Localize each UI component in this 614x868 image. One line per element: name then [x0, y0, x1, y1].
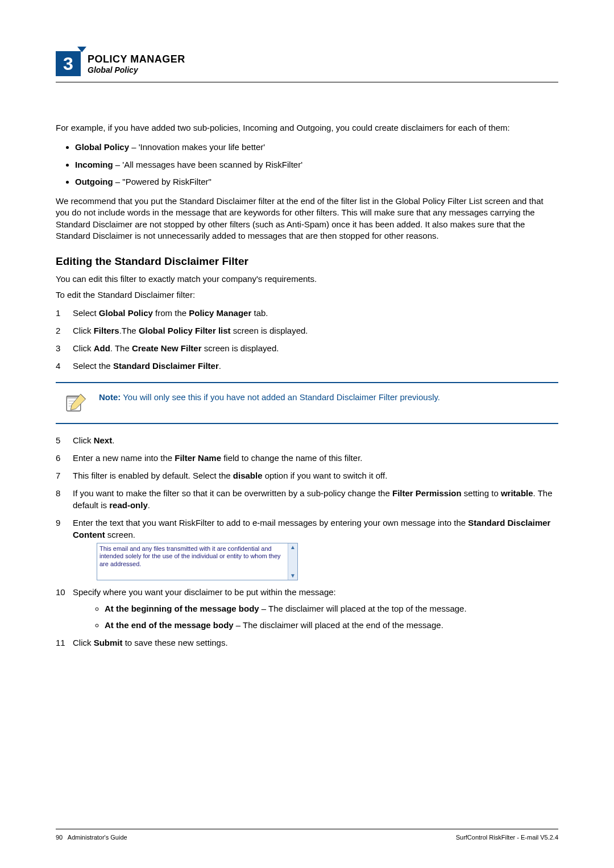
t: .	[148, 500, 150, 510]
step-item: Click Next.	[56, 434, 558, 446]
t: Enter a new name into the	[73, 453, 175, 463]
section-intro: You can edit this filter to exactly matc…	[56, 273, 558, 285]
page-number: 90	[56, 834, 63, 841]
t: Select	[73, 308, 99, 318]
list-item: Outgoing – "Powered by RiskFilter"	[75, 176, 558, 188]
t: – The disclaimer will placed at the top …	[259, 604, 467, 613]
t: Global Policy Filter list	[139, 326, 231, 335]
t: Specify where you want your disclaimer t…	[73, 587, 336, 597]
footer-left: Administrator's Guide	[68, 834, 127, 841]
t: to save these new settings.	[123, 638, 228, 647]
t: Filters	[94, 326, 119, 335]
item-text: – "Powered by RiskFilter"	[113, 177, 211, 186]
t: .	[219, 361, 221, 371]
t: .	[112, 435, 114, 445]
textarea-content: This email and any files transmitted wit…	[97, 543, 288, 580]
intro-paragraph: For example, if you have added two sub-p…	[56, 122, 558, 134]
t: field to change the name of this filter.	[221, 453, 362, 463]
step-item: Click Add. The Create New Filter screen …	[56, 342, 558, 354]
t: This filter is enabled by default. Selec…	[73, 471, 233, 480]
list-item: Incoming – 'All messages have been scann…	[75, 159, 558, 171]
t: screen is displayed.	[201, 343, 279, 353]
t: screen.	[105, 530, 135, 539]
steps-list-b: Click Next. Enter a new name into the Fi…	[56, 434, 558, 649]
notepad-icon	[64, 391, 88, 415]
t: writable	[501, 488, 533, 498]
step-item: Enter a new name into the Filter Name fi…	[56, 452, 558, 464]
footer-right: SurfControl RiskFilter - E-mail V5.2.4	[456, 834, 558, 841]
t: Click	[73, 638, 94, 647]
disclaimer-examples-list: Global Policy – 'Innovation makes your l…	[56, 142, 558, 188]
t: setting to	[462, 488, 501, 498]
t: read-only	[109, 500, 148, 510]
t: Click	[73, 435, 94, 445]
t: Select the	[73, 361, 113, 371]
item-bold: Incoming	[75, 160, 113, 169]
item-text: – 'All messages have been scanned by Ris…	[113, 160, 302, 169]
t: Click	[73, 326, 94, 335]
recommendation-paragraph: We recommend that you put the Standard D…	[56, 196, 558, 242]
t: . The	[110, 343, 132, 353]
t: option if you want to switch it off.	[263, 471, 388, 480]
step-item: Select Global Policy from the Policy Man…	[56, 307, 558, 319]
t: Create New Filter	[132, 343, 202, 353]
step-item: Specify where you want your disclaimer t…	[56, 586, 558, 631]
t: .The	[119, 326, 139, 335]
t: Global Policy	[99, 308, 153, 318]
item-bold: Global Policy	[75, 142, 129, 152]
note-label: Note:	[99, 392, 121, 402]
page-footer: 90 Administrator's Guide SurfControl Ris…	[56, 829, 558, 841]
disclaimer-textarea-figure: This email and any files transmitted wit…	[97, 543, 298, 580]
t: Add	[94, 343, 110, 353]
placement-options-list: At the beginning of the message body – T…	[73, 603, 558, 631]
t: At the beginning of the message body	[105, 604, 259, 613]
t: Policy Manager	[189, 308, 251, 318]
list-item: Global Policy – 'Innovation makes your l…	[75, 142, 558, 153]
list-item: At the end of the message body – The dis…	[105, 619, 558, 631]
header-title: POLICY MANAGER	[88, 53, 185, 65]
lead-in: To edit the Standard Disclaimer filter:	[56, 289, 558, 301]
t: Submit	[94, 638, 123, 647]
note-body: You will only see this if you have not a…	[121, 392, 440, 402]
page-header: 3 POLICY MANAGER Global Policy	[56, 51, 558, 82]
note-text: Note: You will only see this if you have…	[99, 391, 440, 402]
step-item: This filter is enabled by default. Selec…	[56, 470, 558, 481]
t: from the	[153, 308, 189, 318]
step-item: Select the Standard Disclaimer Filter.	[56, 360, 558, 372]
item-text: – 'Innovation makes your life better'	[129, 142, 265, 152]
step-item: Click Filters.The Global Policy Filter l…	[56, 325, 558, 337]
header-subtitle: Global Policy	[88, 65, 185, 74]
step-item: Enter the text that you want RiskFilter …	[56, 517, 558, 580]
scroll-down-icon: ▼	[290, 572, 296, 580]
t: Enter the text that you want RiskFilter …	[73, 518, 468, 528]
t: If you want to make the filter so that i…	[73, 488, 392, 498]
step-item: If you want to make the filter so that i…	[56, 487, 558, 511]
item-bold: Outgoing	[75, 177, 113, 186]
bookmark-icon	[77, 47, 86, 56]
t: Filter Name	[175, 453, 221, 463]
t: Filter Permission	[392, 488, 462, 498]
svg-marker-0	[77, 47, 86, 52]
t: Standard Disclaimer Filter	[113, 361, 219, 371]
t: tab.	[251, 308, 268, 318]
t: – The disclaimer will placed at the end …	[234, 620, 443, 630]
t: disable	[233, 471, 263, 480]
t: At the end of the message body	[105, 620, 234, 630]
t: Click	[73, 343, 94, 353]
section-heading: Editing the Standard Disclaimer Filter	[56, 255, 558, 268]
scroll-up-icon: ▲	[290, 543, 296, 551]
t: Next	[94, 435, 113, 445]
list-item: At the beginning of the message body – T…	[105, 603, 558, 614]
note-block: Note: You will only see this if you have…	[56, 382, 558, 424]
t: screen is displayed.	[231, 326, 308, 335]
steps-list-a: Select Global Policy from the Policy Man…	[56, 307, 558, 372]
step-item: Click Submit to save these new settings.	[56, 637, 558, 649]
scrollbar: ▲ ▼	[288, 543, 297, 580]
